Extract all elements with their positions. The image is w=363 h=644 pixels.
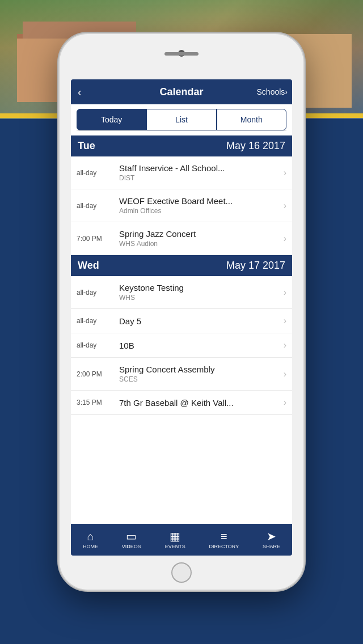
nav-label-share: SHARE [263,544,280,549]
event-list-wed: all-day Keystone Testing WHS › all-day D… [71,276,292,415]
event-time: all-day [77,317,119,325]
tab-today[interactable]: Today [77,109,146,130]
event-location: WHS Audion [119,240,279,248]
event-location: WHS [119,294,279,302]
event-location: SCES [119,375,279,383]
event-time: 3:15 PM [77,399,119,406]
app-content: ‹ Calendar Schools › Today List Month [71,79,292,556]
page-title: Calendar [159,86,203,98]
event-details: Staff Inservice - All School... DIST [119,163,279,182]
tab-bar-wrapper: Today List Month [71,104,292,135]
share-icon: ➤ [267,531,276,542]
table-row[interactable]: all-day Day 5 › [71,309,292,333]
nav-item-directory[interactable]: ≡ DIRECTORY [209,531,239,549]
directory-icon: ≡ [221,531,227,542]
event-title: Day 5 [119,316,279,326]
app-header: ‹ Calendar Schools › [71,79,292,104]
tab-month[interactable]: Month [217,109,286,130]
event-time: all-day [77,169,119,177]
event-time: 7:00 PM [77,235,119,243]
table-row[interactable]: all-day WEOF Exective Board Meet... Admi… [71,189,292,222]
event-details: Day 5 [119,316,279,326]
event-title: Keystone Testing [119,283,279,293]
event-scroll-area[interactable]: Tue May 16 2017 all-day Staff Inservice … [71,135,292,556]
table-row[interactable]: all-day 10B › [71,333,292,358]
event-time: all-day [77,341,119,349]
table-row[interactable]: 7:00 PM Spring Jazz Concert WHS Audion › [71,222,292,255]
date-header-wed: Wed May 17 2017 [71,255,292,276]
back-button[interactable]: ‹ [78,86,82,99]
event-title: 7th Gr Baseball @ Keith Vall... [119,398,279,408]
chevron-right-icon: › [284,201,286,211]
phone-home-button[interactable] [171,562,192,583]
video-icon: ▭ [126,531,137,542]
event-title: Spring Jazz Concert [119,229,279,239]
nav-item-events[interactable]: ▦ EVENTS [165,531,185,549]
event-details: Spring Jazz Concert WHS Audion [119,229,279,248]
nav-item-home[interactable]: ⌂ HOME [83,531,98,549]
event-details: Keystone Testing WHS [119,283,279,302]
nav-label-home: HOME [83,544,98,549]
nav-label-directory: DIRECTORY [209,544,239,549]
event-details: Spring Concert Assembly SCES [119,365,279,383]
schools-button[interactable]: Schools › [257,87,288,96]
schools-label: Schools [257,87,285,96]
event-title: WEOF Exective Board Meet... [119,196,279,206]
phone-frame: ‹ Calendar Schools › Today List Month [60,34,303,590]
chevron-right-icon: › [284,340,286,350]
table-row[interactable]: 2:00 PM Spring Concert Assembly SCES › [71,358,292,391]
chevron-right-icon: › [284,397,286,408]
event-time: all-day [77,202,119,210]
nav-label-videos: VIDEOS [122,544,141,549]
date-label-wed: May 17 2017 [226,260,285,272]
event-location: DIST [119,174,279,182]
event-time: all-day [77,289,119,296]
event-title: 10B [119,341,279,350]
phone-screen: ‹ Calendar Schools › Today List Month [71,79,292,556]
event-time: 2:00 PM [77,370,119,378]
event-details: WEOF Exective Board Meet... Admin Office… [119,196,279,215]
chevron-right-icon: › [284,234,286,244]
date-label-tue: May 16 2017 [226,140,285,152]
day-label-wed: Wed [78,260,99,272]
table-row[interactable]: all-day Keystone Testing WHS › [71,276,292,309]
chevron-right-icon: › [284,287,286,298]
event-title: Staff Inservice - All School... [119,163,279,173]
segmented-control: Today List Month [77,109,286,131]
tab-list[interactable]: List [146,109,216,130]
chevron-right-icon: › [284,369,286,379]
nav-item-share[interactable]: ➤ SHARE [263,531,280,549]
event-title: Spring Concert Assembly [119,365,279,374]
event-list-tue: all-day Staff Inservice - All School... … [71,156,292,255]
table-row[interactable]: 3:15 PM 7th Gr Baseball @ Keith Vall... … [71,391,292,415]
phone-speaker [164,52,199,56]
events-icon: ▦ [170,531,180,542]
event-details: 10B [119,341,279,350]
nav-label-events: EVENTS [165,544,185,549]
event-details: 7th Gr Baseball @ Keith Vall... [119,398,279,408]
bottom-navigation: ⌂ HOME ▭ VIDEOS ▦ EVENTS ≡ DIRECTORY ➤ [71,524,292,556]
table-row[interactable]: all-day Staff Inservice - All School... … [71,156,292,189]
chevron-right-icon: › [284,316,286,326]
schools-chevron-icon: › [285,87,288,96]
chevron-right-icon: › [284,168,286,178]
day-label-tue: Tue [78,140,95,152]
home-icon: ⌂ [87,531,94,542]
date-header-tue: Tue May 16 2017 [71,135,292,156]
nav-item-videos[interactable]: ▭ VIDEOS [122,531,141,549]
event-location: Admin Offices [119,207,279,215]
